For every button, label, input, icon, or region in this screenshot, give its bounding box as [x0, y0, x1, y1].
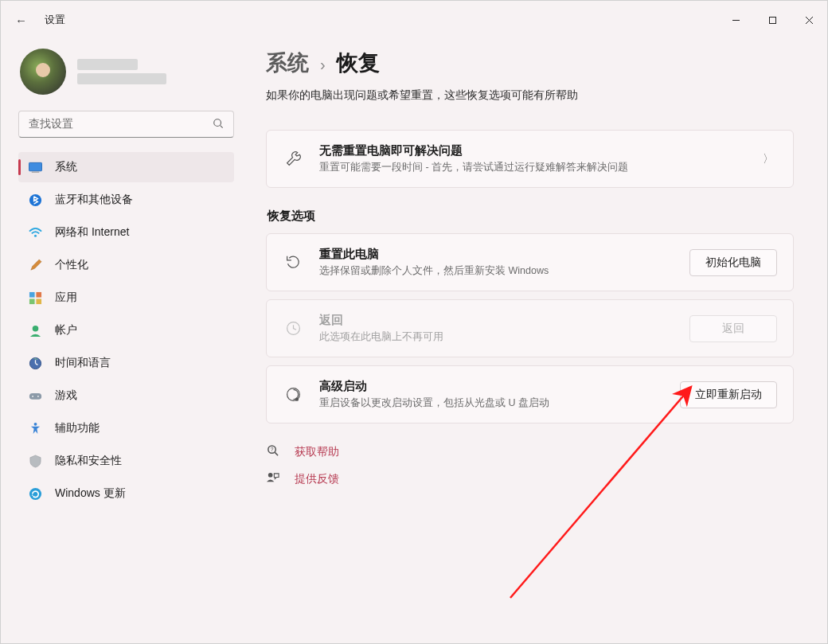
update-icon — [28, 486, 42, 501]
sidebar-item-bluetooth[interactable]: 蓝牙和其他设备 — [18, 185, 234, 215]
card-reset-pc: 重置此电脑 选择保留或删除个人文件，然后重新安装 Windows 初始化电脑 — [266, 233, 794, 291]
search-input[interactable]: 查找设置 — [18, 111, 234, 138]
maximize-button[interactable] — [754, 1, 791, 39]
advanced-icon — [283, 386, 303, 403]
sidebar-item-label: 帐户 — [55, 323, 77, 338]
breadcrumb-current: 恢复 — [337, 49, 380, 77]
sidebar-item-accounts[interactable]: 帐户 — [18, 315, 234, 345]
go-back-button: 返回 — [689, 315, 777, 342]
accounts-icon — [28, 323, 42, 338]
sidebar-item-update[interactable]: Windows 更新 — [18, 478, 234, 509]
sidebar-item-label: Windows 更新 — [55, 486, 126, 501]
sidebar-item-label: 网络和 Internet — [55, 225, 129, 240]
svg-rect-6 — [29, 162, 41, 170]
svg-point-19 — [32, 396, 33, 397]
card-title: 高级启动 — [319, 379, 664, 394]
chevron-right-icon: 〉 — [760, 152, 777, 166]
card-title: 返回 — [319, 313, 674, 328]
titlebar: ← 设置 — [1, 1, 827, 39]
svg-line-5 — [221, 125, 223, 127]
reset-pc-button[interactable]: 初始化电脑 — [689, 249, 777, 276]
svg-point-4 — [214, 119, 221, 126]
feedback-link[interactable]: 提供反馈 — [266, 471, 794, 487]
svg-rect-7 — [31, 171, 38, 172]
sidebar-item-label: 游戏 — [55, 388, 77, 403]
card-desc: 此选项在此电脑上不再可用 — [319, 330, 674, 344]
wifi-icon — [28, 225, 42, 240]
sidebar-item-system[interactable]: 系统 — [18, 152, 234, 182]
profile[interactable] — [18, 49, 234, 95]
avatar — [20, 49, 66, 95]
svg-rect-18 — [29, 393, 41, 400]
section-recovery-options: 恢复选项 — [268, 209, 794, 224]
breadcrumb: 系统 › 恢复 — [266, 49, 794, 77]
profile-email-redacted — [77, 73, 166, 84]
svg-point-29 — [268, 473, 273, 478]
gaming-icon — [28, 388, 42, 403]
card-troubleshoot[interactable]: 无需重置电脑即可解决问题 重置可能需要一段时间 - 首先，请尝试通过运行疑难解答… — [266, 130, 794, 188]
get-help-link[interactable]: ? 获取帮助 — [266, 444, 794, 460]
svg-rect-13 — [36, 299, 41, 304]
svg-rect-1 — [769, 17, 775, 23]
svg-point-21 — [33, 422, 37, 425]
breadcrumb-parent[interactable]: 系统 — [266, 49, 309, 77]
sidebar-item-label: 应用 — [55, 291, 77, 305]
bluetooth-icon — [28, 193, 42, 207]
footer-links: ? 获取帮助 提供反馈 — [266, 444, 794, 487]
sidebar-item-accessibility[interactable]: 辅助功能 — [18, 413, 234, 443]
sidebar-item-time[interactable]: 时间和语言 — [18, 348, 234, 378]
svg-rect-11 — [36, 291, 41, 297]
sidebar-item-network[interactable]: 网络和 Internet — [18, 217, 234, 248]
main-content: 系统 › 恢复 如果你的电脑出现问题或希望重置，这些恢复选项可能有所帮助 无需重… — [244, 39, 827, 643]
nav: 系统 蓝牙和其他设备 网络和 Internet 个性化 应用 帐户 — [18, 152, 234, 509]
sidebar-item-label: 时间和语言 — [55, 356, 111, 370]
feedback-link-text: 提供反馈 — [295, 472, 339, 486]
card-desc: 重启设备以更改启动设置，包括从光盘或 U 盘启动 — [319, 396, 664, 410]
sidebar-item-label: 辅助功能 — [55, 421, 100, 435]
help-link-text: 获取帮助 — [295, 445, 339, 459]
card-desc: 选择保留或删除个人文件，然后重新安装 Windows — [319, 264, 674, 278]
svg-point-14 — [32, 325, 38, 331]
minimize-button[interactable] — [717, 1, 754, 39]
sidebar-item-privacy[interactable]: 隐私和安全性 — [18, 446, 234, 476]
reset-icon — [283, 254, 303, 271]
card-go-back: 返回 此选项在此电脑上不再可用 返回 — [266, 299, 794, 357]
brush-icon — [28, 258, 42, 272]
close-button[interactable] — [791, 1, 827, 39]
accessibility-icon — [28, 421, 42, 435]
wrench-icon — [283, 150, 303, 167]
app-title: 设置 — [45, 13, 65, 27]
goback-icon — [283, 320, 303, 337]
sidebar-item-label: 系统 — [55, 160, 77, 174]
svg-line-27 — [275, 452, 278, 455]
profile-info — [77, 59, 166, 84]
shield-icon — [28, 454, 42, 468]
breadcrumb-separator: › — [320, 56, 326, 74]
svg-point-20 — [37, 396, 39, 397]
feedback-icon — [266, 471, 280, 487]
back-button[interactable]: ← — [15, 14, 27, 27]
sidebar-item-label: 蓝牙和其他设备 — [55, 193, 133, 207]
clock-icon — [28, 356, 42, 370]
sidebar-item-gaming[interactable]: 游戏 — [18, 381, 234, 411]
card-desc: 重置可能需要一段时间 - 首先，请尝试通过运行疑难解答来解决问题 — [319, 161, 744, 174]
svg-text:?: ? — [271, 447, 274, 452]
profile-name-redacted — [77, 59, 138, 70]
sidebar-item-label: 个性化 — [55, 258, 88, 272]
card-title: 无需重置电脑即可解决问题 — [319, 143, 744, 158]
sidebar-item-label: 隐私和安全性 — [55, 454, 122, 468]
svg-point-22 — [29, 487, 41, 499]
sidebar: 查找设置 系统 蓝牙和其他设备 网络和 Internet 个性化 — [1, 39, 244, 643]
apps-icon — [28, 291, 42, 305]
svg-rect-12 — [29, 299, 34, 304]
search-icon — [213, 118, 224, 131]
card-title: 重置此电脑 — [319, 247, 674, 262]
svg-point-25 — [295, 397, 298, 400]
sidebar-item-personalization[interactable]: 个性化 — [18, 250, 234, 280]
card-advanced-startup: 高级启动 重启设备以更改启动设置，包括从光盘或 U 盘启动 立即重新启动 — [266, 365, 794, 423]
restart-now-button[interactable]: 立即重新启动 — [680, 381, 777, 408]
svg-rect-10 — [29, 291, 34, 297]
help-icon: ? — [266, 444, 280, 460]
svg-point-9 — [33, 234, 36, 236]
sidebar-item-apps[interactable]: 应用 — [18, 283, 234, 313]
